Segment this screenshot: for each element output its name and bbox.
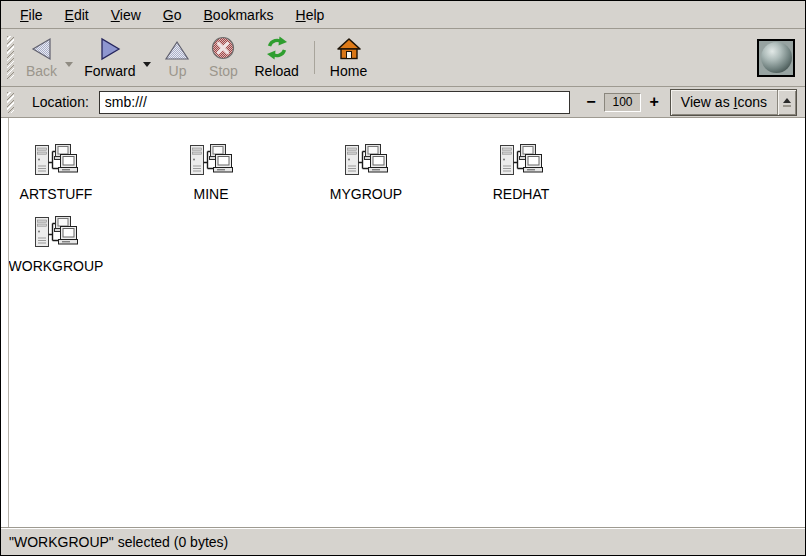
up-button[interactable]: Up [154,31,200,84]
stop-icon [210,35,236,61]
throbber [757,39,795,77]
home-button[interactable]: Home [322,31,375,84]
menu-help-rest: elp [306,7,325,23]
workgroup-computers-icon [497,142,545,182]
home-icon [336,35,362,61]
workgroup-item-mygroup[interactable]: MYGROUP [311,142,421,202]
menu-go-mnemonic: G [163,7,174,23]
workgroup-computers-icon [187,142,235,182]
menu-file[interactable]: File [9,3,54,27]
menu-view[interactable]: View [100,3,152,27]
menu-bar: File Edit View Go Bookmarks Help [1,1,805,29]
forward-icon [97,35,123,61]
icon-row-1: ARTSTUFF MINE MYGROUP REDHAT [1,142,805,202]
forward-history-dropdown-icon[interactable] [143,62,151,67]
menu-edit-mnemonic: E [65,7,74,23]
zoom-level-indicator[interactable]: 100 [604,93,640,112]
workgroup-computers-icon [342,142,390,182]
globe-sphere-icon [761,42,792,73]
file-manager-window: File Edit View Go Bookmarks Help Back Fo… [0,0,806,556]
view-as-rest: cons [737,94,767,110]
back-label: Back [26,63,57,79]
menu-view-mnemonic: V [111,7,120,23]
menu-go[interactable]: Go [152,3,193,27]
forward-label: Forward [84,63,135,79]
toolbar: Back Forward Up Stop [1,29,805,87]
item-label: MYGROUP [330,186,402,202]
back-history-dropdown-icon[interactable] [65,62,73,67]
up-label: Up [169,63,187,79]
toolbar-separator [314,41,315,74]
workgroup-item-workgroup[interactable]: WORKGROUP [1,214,111,274]
view-as-dropdown[interactable]: View as Icons [670,89,797,116]
workgroup-item-mine[interactable]: MINE [156,142,266,202]
menu-bookmarks[interactable]: Bookmarks [193,3,285,27]
toolbar-spacer [375,31,757,84]
stop-label: Stop [209,63,238,79]
menu-edit-rest: dit [74,7,89,23]
view-as-dropdown-indicator-icon [777,90,796,115]
menu-go-rest: o [174,7,182,23]
toolbar-drag-handle[interactable] [7,36,14,79]
workgroup-computers-icon [32,214,80,254]
status-bar: "WORKGROUP" selected (0 bytes) [1,527,805,555]
icon-row-2: WORKGROUP [1,214,805,274]
workgroup-computers-icon [32,142,80,182]
menu-file-mnemonic: F [20,7,29,23]
location-input[interactable] [99,91,570,114]
workgroup-item-artstuff[interactable]: ARTSTUFF [1,142,111,202]
icon-view: ARTSTUFF MINE MYGROUP REDHAT WORKGROUP [1,118,805,527]
forward-button[interactable]: Forward [76,31,143,84]
menu-help-mnemonic: H [296,7,306,23]
menu-bookmarks-rest: ookmarks [213,7,274,23]
back-button[interactable]: Back [18,31,65,84]
item-label: WORKGROUP [9,258,104,274]
home-label: Home [330,63,367,79]
reload-icon [264,35,290,61]
menu-view-rest: iew [120,7,141,23]
menu-edit[interactable]: Edit [54,3,100,27]
view-as-label: View as Icons [671,90,777,115]
status-text: "WORKGROUP" selected (0 bytes) [9,534,228,550]
back-icon [29,35,55,61]
locationbar-drag-handle[interactable] [7,92,14,113]
view-as-pre: View as [681,94,734,110]
reload-button[interactable]: Reload [246,31,306,84]
menu-file-rest: ile [29,7,43,23]
location-bar: Location: − 100 + View as Icons [1,87,805,118]
zoom-in-button[interactable]: + [648,95,661,109]
reload-label: Reload [254,63,298,79]
location-label: Location: [32,94,89,110]
up-icon [164,35,190,61]
menu-bookmarks-mnemonic: B [204,7,213,23]
item-label: ARTSTUFF [20,186,93,202]
item-label: MINE [194,186,229,202]
item-label: REDHAT [493,186,550,202]
workgroup-item-redhat[interactable]: REDHAT [466,142,576,202]
zoom-out-button[interactable]: − [584,95,597,109]
zoom-controls: − 100 + [584,93,661,112]
stop-button[interactable]: Stop [200,31,246,84]
menu-help[interactable]: Help [285,3,336,27]
